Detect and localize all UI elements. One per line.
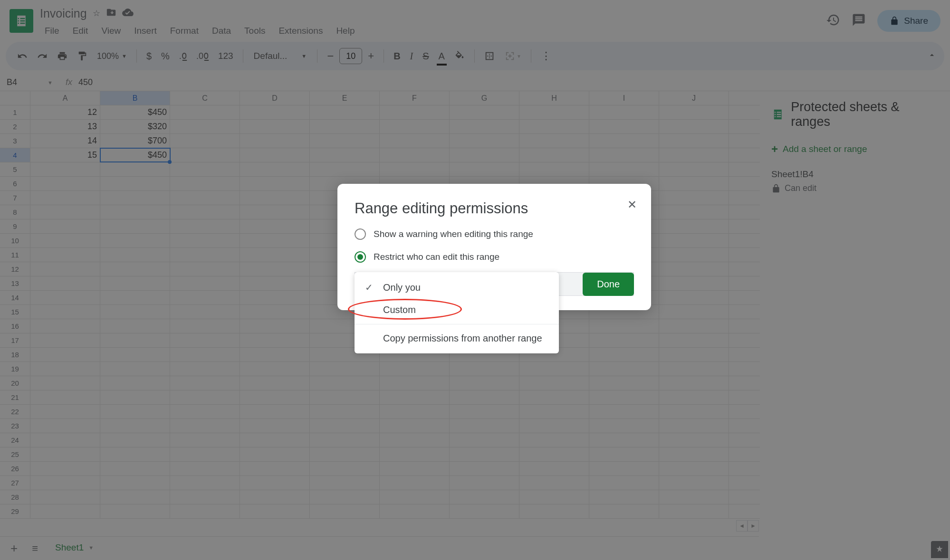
- dropdown-option-only-you[interactable]: ✓ Only you: [355, 276, 559, 299]
- dropdown-option-copy-permissions[interactable]: Copy permissions from another range: [355, 327, 559, 350]
- dialog-title: Range editing permissions: [355, 200, 634, 217]
- done-button[interactable]: Done: [583, 273, 634, 296]
- option-restrict[interactable]: Restrict who can edit this range: [355, 251, 634, 263]
- radio-unchecked-icon: [355, 228, 366, 240]
- dropdown-menu: ✓ Only you Custom Copy permissions from …: [355, 272, 559, 353]
- range-permissions-dialog: Range editing permissions ✕ Show a warni…: [337, 184, 651, 310]
- close-icon[interactable]: ✕: [627, 198, 637, 211]
- check-icon: ✓: [365, 282, 374, 293]
- dropdown-option-custom[interactable]: Custom: [355, 299, 559, 321]
- option-show-warning[interactable]: Show a warning when editing this range: [355, 228, 634, 240]
- radio-checked-icon: [355, 251, 366, 263]
